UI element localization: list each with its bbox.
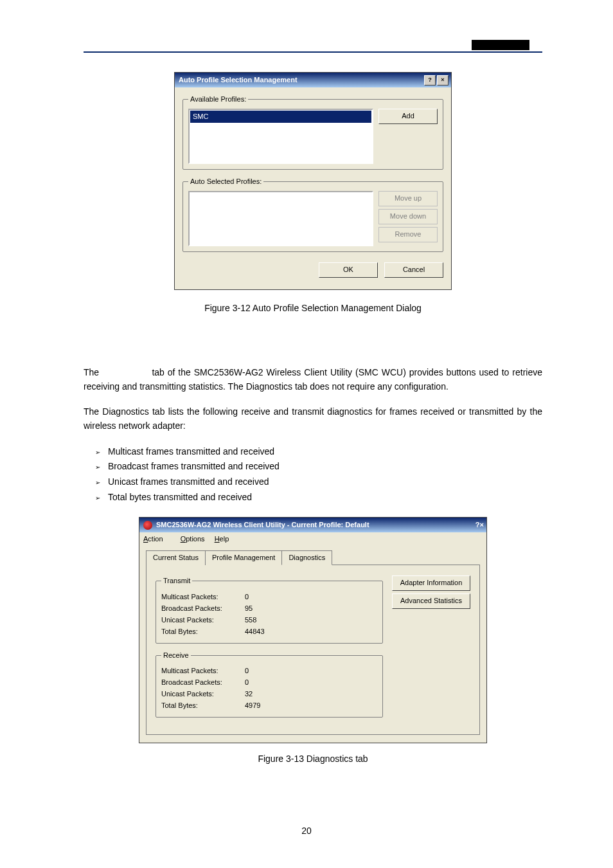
tx-unicast-value: 558 [245,615,256,626]
transmit-legend: Transmit [161,575,192,586]
tx-broadcast-label: Broadcast Packets: [161,603,245,614]
auto-selected-list[interactable] [188,191,373,246]
list-item: Multicast frames transmitted and receive… [95,445,542,459]
auto-selected-profiles-legend: Auto Selected Profiles: [188,176,263,187]
figure-caption-1: Figure 3-12 Auto Profile Selection Manag… [84,302,542,316]
page-number: 20 [0,824,613,838]
app-icon [143,521,152,530]
close-icon[interactable]: × [480,520,484,530]
list-item: Broadcast frames transmitted and receive… [95,460,542,474]
tx-total-value: 44843 [245,626,265,637]
advanced-stats-button[interactable]: Advanced Statistics [392,593,470,609]
dialog-titlebar: Auto Profile Selection Management ? × [175,73,451,87]
header-rule [84,51,542,53]
rx-total-value: 4979 [245,700,260,711]
tx-total-label: Total Bytes: [161,626,245,637]
tab-diagnostics[interactable]: Diagnostics [281,550,332,565]
figure-caption-2: Figure 3-13 Diagnostics tab [84,752,542,766]
menu-action[interactable]: Action [143,535,171,543]
dialog-titlebar: SMC2536W-AG2 Wireless Client Utility - C… [139,518,486,532]
dialog-title: SMC2536W-AG2 Wireless Client Utility - C… [156,520,369,530]
rx-broadcast-value: 0 [245,677,249,688]
menubar: Action Options Help [139,532,486,546]
tab-pane: Transmit Multicast Packets:0 Broadcast P… [146,565,480,734]
available-profiles-list[interactable]: SMC [188,109,373,164]
tx-unicast-label: Unicast Packets: [161,615,245,626]
adapter-info-button[interactable]: Adapter Information [392,575,470,591]
rx-multicast-label: Multicast Packets: [161,665,245,676]
rx-unicast-value: 32 [245,689,253,700]
auto-profile-dialog: Auto Profile Selection Management ? × Av… [174,72,452,290]
client-utility-dialog: SMC2536W-AG2 Wireless Client Utility - C… [139,517,487,743]
header-mark [472,40,529,50]
auto-selected-profiles-group: Auto Selected Profiles: Move up Move dow… [182,176,443,252]
close-icon[interactable]: × [437,75,449,86]
dialog-title: Auto Profile Selection Management [179,75,298,86]
receive-legend: Receive [161,650,191,661]
paragraph-intro: The Diagnostics tab of the SMC2536W-AG2 … [84,366,542,393]
add-button[interactable]: Add [378,109,438,124]
rx-unicast-label: Unicast Packets: [161,689,245,700]
tab-current-status[interactable]: Current Status [146,550,206,565]
tab-strip: Current Status Profile Management Diagno… [139,546,486,565]
remove-button: Remove [378,227,438,242]
cancel-button[interactable]: Cancel [384,262,443,278]
paragraph-list-intro: The Diagnostics tab lists the following … [84,405,542,433]
tab-profile-management[interactable]: Profile Management [205,550,282,565]
list-item[interactable]: SMC [190,111,371,123]
available-profiles-legend: Available Profiles: [188,94,248,105]
tx-multicast-value: 0 [245,592,249,602]
list-item: Total bytes transmitted and received [95,491,542,505]
menu-options[interactable]: Options [181,535,205,543]
transmit-group: Transmit Multicast Packets:0 Broadcast P… [155,575,383,643]
available-profiles-group: Available Profiles: SMC Add [182,94,443,170]
help-icon[interactable]: ? [475,520,480,530]
receive-group: Receive Multicast Packets:0 Broadcast Pa… [155,650,383,718]
move-down-button: Move down [378,209,438,224]
rx-total-label: Total Bytes: [161,700,245,711]
diagnostics-list: Multicast frames transmitted and receive… [84,445,542,505]
list-item: Unicast frames transmitted and received [95,475,542,489]
rx-broadcast-label: Broadcast Packets: [161,677,245,688]
tx-broadcast-value: 95 [245,603,253,614]
ok-button[interactable]: OK [319,262,378,278]
tx-multicast-label: Multicast Packets: [161,592,245,602]
move-up-button: Move up [378,191,438,206]
rx-multicast-value: 0 [245,665,249,676]
menu-help[interactable]: Help [215,535,229,543]
help-icon[interactable]: ? [424,75,436,86]
